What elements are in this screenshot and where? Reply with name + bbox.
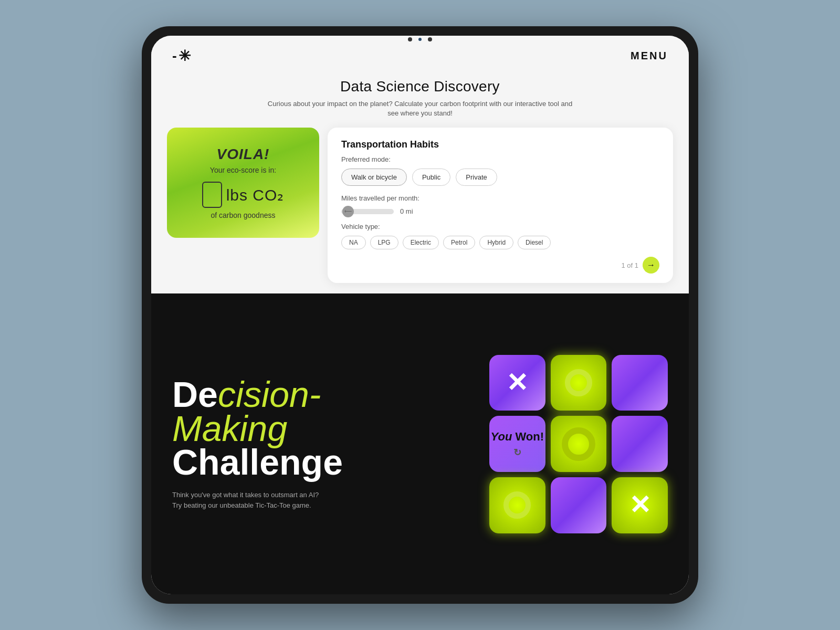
eco-score-box [202,182,222,208]
page-title: Data Science Discovery [162,78,678,95]
tablet-screen: - ✳ MENU Data Science Discovery Curious … [151,36,689,594]
vehicle-lpg-button[interactable]: LPG [370,236,398,249]
refresh-icon[interactable]: ↻ [491,447,544,458]
ttt-x-0: ✕ [506,370,528,396]
ttt-x-8: ✕ [629,492,651,518]
miles-slider-thumb[interactable] [342,206,354,217]
logo-dash: - [172,48,176,64]
mode-public-button[interactable]: Public [412,169,450,186]
ttt-cell-7[interactable] [551,477,607,533]
decision-title: Decision- Making Challenge [172,377,468,479]
ttt-cell-1[interactable] [551,355,607,411]
eco-goodness-text: of carbon goodness [211,211,276,219]
vehicle-electric-button[interactable]: Electric [403,236,439,249]
ttt-grid: ✕ You Won! ↻ [489,355,668,533]
ttt-o-4 [562,427,595,461]
title-challenge: Challenge [172,445,468,479]
transport-footer: 1 of 1 → [341,257,659,274]
next-button[interactable]: → [643,257,659,274]
eco-score-unit: lbs CO₂ [226,186,285,204]
bottom-section: Decision- Making Challenge Think you've … [151,293,689,594]
tablet-device: - ✳ MENU Data Science Discovery Curious … [142,26,698,604]
mode-walk-bicycle-button[interactable]: Walk or bicycle [341,169,407,186]
mode-buttons-group: Walk or bicycle Public Private [341,169,659,186]
vehicle-petrol-button[interactable]: Petrol [443,236,475,249]
miles-label: Miles travelled per month: [341,194,659,202]
title-making: Making [172,412,468,446]
top-section: - ✳ MENU Data Science Discovery Curious … [151,36,689,293]
page-header: Data Science Discovery Curious about you… [151,70,689,122]
miles-slider-track[interactable] [341,209,394,214]
logo: - ✳ [172,47,190,65]
page-subtitle: Curious about your impact on the planet?… [262,99,578,118]
eco-score-card: VOILA! Your eco-score is in: lbs CO₂ of … [167,128,319,238]
eco-voila-text: VOILA! [217,146,270,163]
tic-tac-toe-container: ✕ You Won! ↻ [489,355,668,533]
camera-bar [368,36,472,43]
eco-score-display: lbs CO₂ [202,182,285,208]
ttt-cell-3[interactable]: You Won! ↻ [489,416,545,472]
camera-dot-right [428,37,432,41]
vehicle-hybrid-button[interactable]: Hybrid [479,236,513,249]
decision-title-line1: Decision- [172,377,468,412]
camera-dot-left [408,37,412,41]
ttt-cell-8[interactable]: ✕ [612,477,668,533]
vehicle-type-label: Vehicle type: [341,223,659,230]
ttt-cell-0[interactable]: ✕ [489,355,545,411]
vehicle-na-button[interactable]: NA [341,236,366,249]
ttt-o-1 [565,369,592,396]
win-you: You [491,430,512,443]
camera-lens [418,38,422,41]
vehicle-buttons-group: NA LPG Electric Petrol Hybrid Diesel [341,236,659,249]
mode-private-button[interactable]: Private [456,169,497,186]
vehicle-diesel-button[interactable]: Diesel [518,236,551,249]
transport-card: Transportation Habits Preferred mode: Wa… [328,128,673,283]
ttt-cell-4[interactable] [551,416,607,472]
miles-value: 0 mi [400,207,413,215]
win-text: You Won! [491,429,544,445]
transport-title: Transportation Habits [341,139,659,150]
ttt-cell-6[interactable] [489,477,545,533]
miles-slider-row: 0 mi [341,207,659,215]
menu-button[interactable]: MENU [631,50,668,62]
ttt-o-6 [503,491,531,519]
decision-text-block: Decision- Making Challenge Think you've … [172,377,468,510]
decision-subtitle: Think you've got what it takes to outsma… [172,490,319,510]
win-message: You Won! ↻ [491,429,544,458]
eco-score-label: Your eco-score is in: [210,166,276,174]
pagination-text: 1 of 1 [621,261,638,269]
ttt-cell-2[interactable] [612,355,668,411]
win-won: Won! [515,430,544,443]
content-row: VOILA! Your eco-score is in: lbs CO₂ of … [151,122,689,293]
logo-asterisk-icon: ✳ [178,47,190,65]
preferred-mode-label: Preferred mode: [341,155,659,163]
ttt-cell-5[interactable] [612,416,668,472]
